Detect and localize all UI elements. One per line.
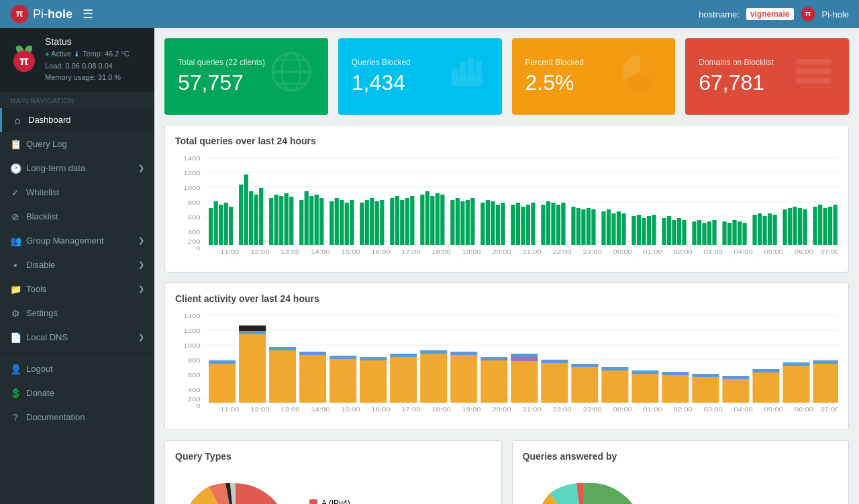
sidebar-item-local-dns[interactable]: 📄 Local DNS ❯ [0,325,154,350]
svg-rect-115 [677,218,681,245]
svg-rect-53 [305,191,309,245]
svg-rect-195 [450,354,477,403]
svg-rect-212 [692,376,719,403]
sidebar-item-blacklist[interactable]: ⊘ Blacklist [0,205,154,229]
svg-rect-209 [631,370,658,374]
svg-rect-218 [782,364,809,403]
svg-text:800: 800 [188,357,201,364]
chart-title-clients: Client activity over last 24 hours [175,293,838,304]
svg-rect-127 [752,215,756,245]
svg-rect-97 [571,207,575,245]
file-icon: 📋 [10,139,21,150]
ban-icon: ⊘ [10,211,21,222]
svg-text:11:00: 11:00 [220,248,240,255]
svg-rect-131 [772,215,776,245]
sidebar-item-documentation[interactable]: ? Documentation [0,405,154,430]
stat-card-blocked: Queries Blocked 1,434 [338,38,502,115]
svg-rect-47 [269,198,273,245]
svg-rect-72 [420,195,424,245]
donate-icon: 💲 [10,388,21,399]
sidebar-item-logout[interactable]: 👤 Logout [0,357,154,381]
svg-rect-204 [571,366,598,403]
stat-card-percent: Percent Blocked 2.5% [512,38,676,115]
svg-rect-126 [742,223,746,245]
svg-rect-203 [541,360,568,363]
sidebar-item-group-management[interactable]: 👥 Group Management ❯ [0,229,154,253]
svg-rect-108 [637,215,641,245]
svg-text:23:00: 23:00 [583,406,602,413]
svg-rect-74 [430,196,434,245]
svg-text:1200: 1200 [183,327,200,334]
svg-text:20:00: 20:00 [492,406,511,413]
sidebar-item-long-term-data[interactable]: 🕐 Long-term data ❯ [0,156,154,181]
svg-rect-93 [546,201,550,245]
svg-rect-119 [702,223,706,245]
svg-rect-49 [279,196,283,245]
svg-rect-21 [797,78,831,83]
chart-area-queries: 1400 1200 1000 800 600 400 200 0 [175,154,838,262]
sidebar-item-dashboard[interactable]: ⌂ Dashboard [0,108,154,132]
svg-rect-82 [481,203,485,245]
query-types-donut-container: A (IPv4) AAAA (IPv6) SOA PTR [175,470,491,504]
svg-rect-107 [631,216,636,245]
svg-text:1000: 1000 [183,342,200,349]
svg-text:0: 0 [196,403,201,409]
hamburger-button[interactable]: ☰ [83,7,93,21]
svg-rect-90 [526,205,530,245]
sidebar-item-query-log[interactable]: 📋 Query Log [0,132,154,156]
pie-icon [618,50,662,103]
svg-text:17:00: 17:00 [401,248,421,255]
svg-rect-211 [662,372,689,375]
svg-rect-85 [496,205,500,245]
sidebar-item-tools[interactable]: 📁 Tools ❯ [0,277,154,301]
sidebar-item-settings[interactable]: ⚙ Settings [0,301,154,325]
stat-value-percent: 2.5% [525,70,584,95]
svg-rect-110 [647,216,651,245]
svg-rect-217 [752,369,779,372]
chevron-right-icon-3: ❯ [138,260,144,269]
svg-text:21:00: 21:00 [522,406,542,413]
svg-text:14:00: 14:00 [311,406,330,413]
svg-text:19:00: 19:00 [462,406,481,413]
svg-rect-122 [722,221,726,245]
svg-rect-66 [380,200,384,245]
svg-text:1000: 1000 [183,185,200,191]
svg-rect-100 [587,208,591,245]
svg-rect-81 [470,198,474,245]
svg-text:14:00: 14:00 [311,248,330,255]
svg-rect-117 [692,221,696,245]
svg-rect-96 [561,203,565,245]
svg-rect-98 [576,208,580,245]
sidebar-item-donate[interactable]: 💲 Donate [0,381,154,405]
svg-rect-182 [239,325,266,331]
svg-text:12:00: 12:00 [250,406,270,413]
svg-rect-77 [450,200,454,245]
svg-text:π: π [805,9,811,17]
svg-text:16:00: 16:00 [371,406,391,413]
query-types-title: Query Types [175,451,491,462]
chevron-right-icon-4: ❯ [138,285,144,293]
svg-rect-63 [365,200,369,245]
chevron-right-icon-5: ❯ [138,333,144,342]
main-content: Total queries (22 clients) 57,757 Q [154,28,859,504]
svg-rect-102 [601,211,605,245]
stat-value-domains: 67,781 [699,70,773,95]
queries-answered-donut [523,476,644,504]
svg-rect-113 [667,216,671,245]
user-icon: 👤 [10,364,21,374]
sidebar-item-whitelist[interactable]: ✓ Whitelist [0,181,154,205]
svg-text:1400: 1400 [183,155,200,162]
svg-rect-120 [707,221,711,245]
chart-panel-clients: Client activity over last 24 hours 1400 … [164,283,849,430]
svg-rect-89 [521,207,525,245]
navbar: π Pi-hole ☰ hostname: vignemale π Pi-hol… [0,0,859,28]
stat-value-total: 57,757 [178,70,265,95]
svg-rect-116 [682,220,686,245]
svg-rect-75 [436,193,440,245]
sidebar-item-disable[interactable]: ▪ Disable ❯ [0,253,154,277]
svg-text:03:00: 03:00 [704,248,723,255]
hostname-label: hostname: [699,9,740,19]
status-details: Status ● Active 🌡 Temp: 46.2 °C Load: 0.… [45,36,130,84]
svg-rect-123 [727,223,731,245]
svg-rect-84 [491,201,495,245]
